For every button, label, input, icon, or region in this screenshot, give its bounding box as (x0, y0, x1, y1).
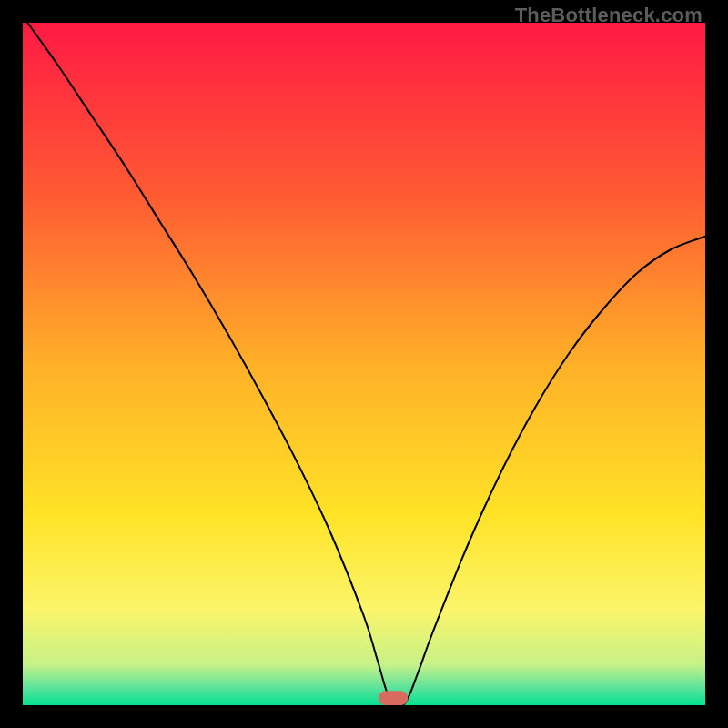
optimum-marker (379, 691, 408, 705)
chart-background (23, 23, 705, 705)
watermark-text: TheBottleneck.com (515, 4, 703, 27)
chart-frame (23, 23, 705, 705)
bottleneck-chart (23, 23, 705, 705)
